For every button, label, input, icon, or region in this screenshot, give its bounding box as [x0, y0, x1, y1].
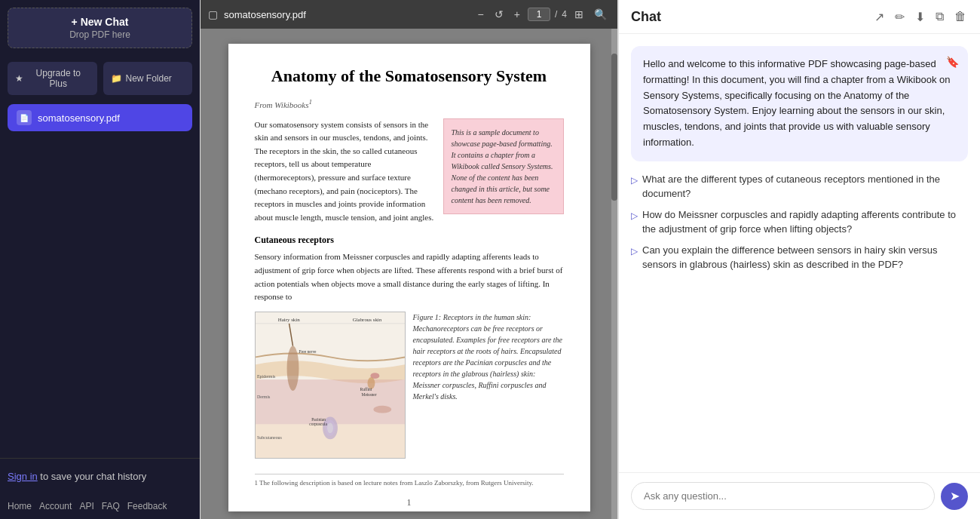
chat-input[interactable] [631, 482, 935, 510]
sign-in-prompt: Sign in to save your chat history [8, 471, 146, 482]
question-arrow-1: ▷ [631, 174, 638, 187]
pdf-body-para1: Our somatosensory system consists of sen… [255, 118, 434, 225]
sidebar-footer: Sign in to save your chat history [0, 458, 200, 493]
fit-page-button[interactable]: ⊞ [571, 7, 586, 22]
chat-header: Chat ↗ ✏ ⬇ ⧉ 🗑 [619, 0, 980, 34]
drop-pdf-label: Drop PDF here [20, 29, 179, 40]
pdf-two-column: Our somatosensory system consists of sen… [255, 118, 564, 225]
zoom-in-button[interactable]: + [511, 7, 523, 22]
pdf-page-title: Anatomy of the Somatosensory System [255, 66, 564, 86]
upgrade-label: Upgrade to Plus [27, 68, 90, 89]
page-input[interactable] [528, 8, 550, 21]
svg-text:corpuscula: corpuscula [309, 422, 327, 426]
pdf-toolbar-icon: ▢ [208, 8, 218, 20]
svg-text:Ruffini: Ruffini [360, 387, 372, 392]
star-icon: ★ [15, 73, 23, 84]
question-arrow-2: ▷ [631, 209, 638, 223]
pink-info-box: This is a sample document to showcase pa… [443, 118, 564, 214]
svg-point-12 [327, 422, 333, 433]
chat-messages: 🔖 Hello and welcome to this informative … [619, 34, 980, 472]
pdf-figure: Hairy skin Glabrous skin [255, 312, 564, 459]
pdf-body-para2: Sensory information from Meissner corpus… [255, 250, 564, 303]
chat-input-area: ➤ [619, 472, 980, 519]
sidebar-actions: ★ Upgrade to Plus 📁 New Folder [0, 56, 200, 101]
svg-text:Dermis: Dermis [257, 395, 271, 399]
new-folder-button[interactable]: 📁 New Folder [103, 62, 193, 95]
question-item-1: ▷ What are the different types of cutane… [631, 172, 968, 201]
feedback-link[interactable]: Feedback [127, 501, 167, 511]
pdf-scrollbar[interactable] [611, 29, 617, 519]
new-folder-label: New Folder [126, 73, 172, 84]
figure-caption: Figure 1: Receptors in the human skin: M… [413, 312, 564, 459]
cutaneous-section-heading: Cutaneous receptors [255, 235, 564, 246]
api-link[interactable]: API [79, 501, 93, 511]
sidebar-links: Home Account API FAQ Feedback [0, 501, 200, 519]
svg-point-13 [373, 405, 391, 413]
pdf-toolbar: ▢ somatosensory.pdf − ↺ + / 4 ⊞ 🔍 [201, 0, 617, 29]
chat-header-actions: ↗ ✏ ⬇ ⧉ 🗑 [873, 8, 968, 26]
svg-text:Glabrous skin: Glabrous skin [352, 317, 381, 322]
pdf-file-item[interactable]: 📄 somatosensory.pdf [8, 104, 192, 131]
svg-text:Epidermis: Epidermis [257, 374, 276, 379]
edit-button[interactable]: ✏ [893, 8, 906, 26]
pdf-controls: − ↺ + / 4 ⊞ 🔍 [475, 7, 610, 22]
account-link[interactable]: Account [39, 501, 72, 511]
page-separator: / [555, 9, 557, 20]
search-button[interactable]: 🔍 [591, 7, 610, 22]
svg-text:Pacinian: Pacinian [311, 416, 326, 421]
question-item-3: ▷ Can you explain the difference between… [631, 243, 968, 272]
pdf-filename: somatosensory.pdf [38, 112, 120, 124]
question-arrow-3: ▷ [631, 244, 638, 258]
svg-point-6 [286, 345, 299, 390]
new-chat-label: + New Chat [20, 16, 179, 28]
home-link[interactable]: Home [8, 501, 32, 511]
page-total: 4 [562, 9, 567, 20]
pdf-side-col: This is a sample document to showcase pa… [443, 118, 564, 225]
upgrade-button[interactable]: ★ Upgrade to Plus [8, 62, 97, 95]
pdf-toolbar-filename: somatosensory.pdf [224, 9, 306, 20]
pdf-viewer: ▢ somatosensory.pdf − ↺ + / 4 ⊞ 🔍 Anatom… [200, 0, 618, 519]
figure-image: Hairy skin Glabrous skin [255, 312, 406, 459]
svg-text:Subcutaneous: Subcutaneous [257, 435, 283, 440]
clear-button[interactable]: 🗑 [953, 8, 968, 25]
pdf-content-area[interactable]: Anatomy of the Somatosensory System From… [201, 29, 617, 519]
svg-text:Hairy skin: Hairy skin [277, 317, 300, 322]
svg-text:Free nerve: Free nerve [299, 349, 317, 354]
question-item-2: ▷ How do Meissner corpuscles and rapidly… [631, 207, 968, 237]
download-button[interactable]: ⬇ [914, 8, 926, 26]
sign-in-link[interactable]: Sign in [8, 471, 38, 482]
page-number-display: 1 [255, 497, 564, 508]
svg-text:Meissner: Meissner [361, 392, 376, 397]
export-button[interactable]: ↗ [873, 8, 886, 26]
chat-title: Chat [631, 9, 661, 25]
pdf-main-col: Our somatosensory system consists of sen… [255, 118, 434, 225]
save-message-icon[interactable]: 🔖 [946, 54, 959, 70]
pdf-footnote: 1 The following description is based on … [255, 474, 564, 487]
pdf-scrollbar-thumb[interactable] [611, 54, 617, 201]
send-button[interactable]: ➤ [941, 483, 968, 510]
pdf-from-wikibooks: From Wikibooks1 [255, 98, 564, 109]
new-chat-button[interactable]: + New Chat Drop PDF here [8, 8, 192, 48]
question-text-3[interactable]: Can you explain the difference between s… [642, 243, 968, 272]
faq-link[interactable]: FAQ [102, 501, 120, 511]
welcome-text: Hello and welcome to this informative PD… [643, 57, 956, 151]
chat-panel: Chat ↗ ✏ ⬇ ⧉ 🗑 🔖 Hello and welcome to th… [618, 0, 980, 519]
question-text-2[interactable]: How do Meissner corpuscles and rapidly a… [642, 207, 968, 237]
sidebar: + New Chat Drop PDF here ★ Upgrade to Pl… [0, 0, 200, 519]
copy-button[interactable]: ⧉ [934, 8, 945, 25]
zoom-out-button[interactable]: − [475, 7, 487, 22]
question-text-1[interactable]: What are the different types of cutaneou… [642, 172, 968, 201]
folder-icon: 📁 [111, 73, 122, 84]
send-icon: ➤ [950, 489, 960, 503]
pdf-page: Anatomy of the Somatosensory System From… [228, 44, 590, 511]
pdf-icon: 📄 [17, 110, 32, 125]
undo-button[interactable]: ↺ [492, 7, 507, 22]
chat-welcome-message: 🔖 Hello and welcome to this informative … [631, 46, 968, 161]
